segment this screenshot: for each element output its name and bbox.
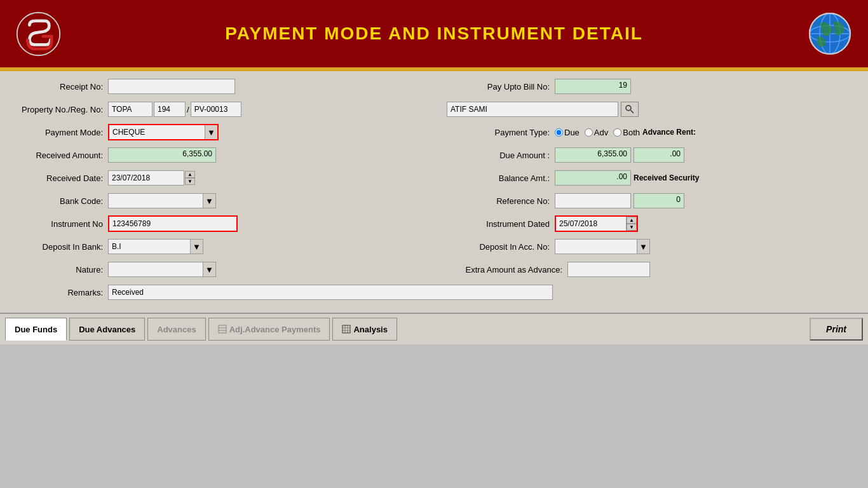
payment-mode-dropdown[interactable]: ▼ — [205, 125, 217, 139]
search-button[interactable] — [621, 102, 639, 117]
advance-rent-value: .00 — [634, 147, 684, 163]
extra-amount-label: Extra Amount as Advance: — [447, 265, 567, 274]
customer-name-input[interactable] — [447, 102, 618, 117]
nature-label: Nature: — [13, 265, 108, 274]
globe-icon — [804, 8, 855, 59]
bank-code-input[interactable] — [108, 193, 203, 208]
balance-amt-value: .00 — [555, 170, 631, 186]
reference-no-input[interactable] — [555, 193, 631, 208]
bank-code-dropdown[interactable]: ▼ — [203, 193, 216, 208]
date-down-btn[interactable]: ▼ — [185, 178, 195, 185]
deposit-bank-label: Deposit In Bank: — [13, 242, 108, 252]
pv-input[interactable] — [191, 102, 241, 117]
svg-rect-12 — [342, 325, 350, 333]
payment-mode-label: Payment Mode: — [13, 128, 108, 137]
deposit-bank-input[interactable] — [108, 239, 191, 254]
tab-due-advances[interactable]: Due Advances — [69, 318, 145, 341]
nature-dropdown[interactable]: ▼ — [203, 262, 216, 277]
advance-rent-label: Advance Rent: — [642, 128, 696, 137]
due-amount-value: 6,355.00 — [555, 147, 631, 163]
bottom-tabs-bar: Due Funds Due Advances Advances Adj.Adva… — [0, 313, 868, 344]
deposit-acc-label: Deposit In Acc. No: — [447, 242, 555, 252]
search-icon — [625, 104, 635, 114]
deposit-acc-input[interactable] — [555, 239, 637, 254]
received-date-input[interactable] — [108, 170, 184, 186]
tab-adj-advance[interactable]: Adj.Advance Payments — [208, 318, 330, 341]
instrument-dated-label: Instrument Dated — [447, 219, 555, 229]
pay-upto-bill-value: 19 — [555, 79, 631, 94]
tab-analysis[interactable]: Analysis — [332, 318, 397, 341]
inst-date-down-btn[interactable]: ▼ — [627, 224, 637, 231]
page-title: PAYMENT MODE AND INSTRUMENT DETAIL — [64, 24, 804, 44]
tab-due-funds[interactable]: Due Funds — [5, 318, 67, 341]
received-security-label: Received Security — [634, 173, 699, 182]
payment-type-group: Due Adv Both — [555, 128, 640, 137]
property-reg-label: Property No./Reg. No: — [13, 105, 108, 114]
form-container: Receipt No: Pay Upto Bill No: 19 Propert… — [0, 71, 868, 313]
instrument-no-label: Instrument No — [13, 219, 108, 229]
reference-no-label: Reference No: — [447, 196, 555, 206]
date-up-btn[interactable]: ▲ — [185, 171, 195, 178]
reference-no-right: 0 — [634, 193, 684, 208]
radio-adv[interactable]: Adv — [585, 128, 608, 137]
payment-mode-input[interactable] — [109, 125, 205, 139]
receipt-no-input[interactable] — [108, 79, 235, 94]
payment-type-label: Payment Type: — [447, 128, 555, 137]
app-header: PAYMENT MODE AND INSTRUMENT DETAIL — [0, 0, 868, 70]
tab-advances[interactable]: Advances — [147, 318, 205, 341]
balance-amt-label: Balance Amt.: — [447, 173, 555, 183]
property-no-input[interactable] — [108, 102, 153, 117]
inst-date-up-btn[interactable]: ▲ — [627, 217, 637, 224]
receipt-no-label: Receipt No: — [13, 82, 108, 92]
print-button[interactable]: Print — [810, 318, 863, 341]
deposit-bank-dropdown[interactable]: ▼ — [191, 239, 203, 254]
received-date-label: Received Date: — [13, 173, 108, 183]
remarks-label: Remarks: — [13, 288, 108, 297]
instrument-dated-input[interactable] — [556, 217, 626, 231]
svg-point-7 — [626, 105, 631, 111]
due-amount-label: Due Amount : — [447, 151, 555, 160]
analysis-icon — [342, 325, 351, 334]
reg-no-input[interactable] — [154, 102, 186, 117]
received-amount-label: Received Amount: — [13, 151, 108, 160]
adj-icon — [218, 325, 227, 334]
remarks-input[interactable] — [108, 285, 553, 300]
received-amount-value: 6,355.00 — [108, 147, 216, 163]
radio-due[interactable]: Due — [555, 128, 580, 137]
svg-line-8 — [631, 111, 634, 114]
radio-both[interactable]: Both — [613, 128, 640, 137]
nature-input[interactable] — [108, 262, 203, 277]
app-logo — [13, 8, 64, 59]
svg-rect-9 — [219, 325, 226, 333]
instrument-no-input[interactable] — [109, 217, 236, 231]
pay-upto-bill-label: Pay Upto Bill No: — [447, 82, 555, 92]
extra-amount-input[interactable] — [567, 262, 650, 277]
deposit-acc-dropdown[interactable]: ▼ — [637, 239, 650, 254]
bank-code-label: Bank Code: — [13, 196, 108, 206]
